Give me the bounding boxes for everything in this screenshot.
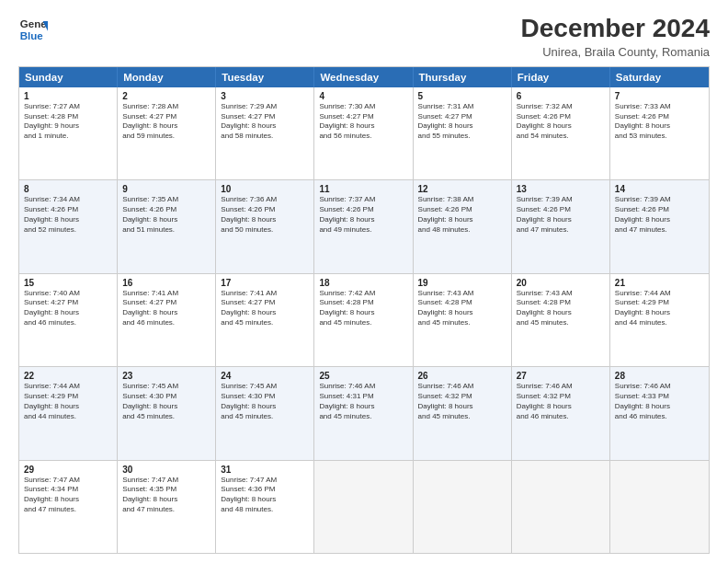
calendar-cell: 3Sunrise: 7:29 AMSunset: 4:27 PMDaylight… bbox=[216, 87, 314, 179]
cell-text: and 45 minutes. bbox=[122, 412, 210, 422]
calendar-cell: 10Sunrise: 7:36 AMSunset: 4:26 PMDayligh… bbox=[216, 180, 314, 272]
day-number: 7 bbox=[615, 91, 704, 101]
cell-text: and 53 minutes. bbox=[615, 132, 704, 142]
calendar-cell: 4Sunrise: 7:30 AMSunset: 4:27 PMDaylight… bbox=[314, 87, 413, 179]
cell-text: Sunset: 4:33 PM bbox=[615, 392, 704, 402]
cell-text: Sunset: 4:34 PM bbox=[24, 485, 112, 495]
cell-text: Daylight: 8 hours bbox=[221, 308, 309, 318]
cell-text: Sunset: 4:28 PM bbox=[517, 298, 605, 308]
day-number: 1 bbox=[24, 91, 112, 101]
day-number: 5 bbox=[418, 91, 506, 101]
day-number: 18 bbox=[319, 278, 407, 288]
cell-text: Daylight: 8 hours bbox=[221, 495, 309, 505]
calendar-cell: 27Sunrise: 7:46 AMSunset: 4:32 PMDayligh… bbox=[512, 367, 610, 459]
day-number: 24 bbox=[221, 371, 309, 381]
cell-text: Sunrise: 7:46 AM bbox=[517, 382, 605, 392]
cell-text: Sunrise: 7:37 AM bbox=[319, 195, 407, 205]
calendar-cell: 14Sunrise: 7:39 AMSunset: 4:26 PMDayligh… bbox=[610, 180, 709, 272]
cell-text: Sunset: 4:26 PM bbox=[122, 205, 210, 215]
cell-text: Sunset: 4:26 PM bbox=[24, 205, 112, 215]
cell-text: Daylight: 8 hours bbox=[319, 308, 407, 318]
cell-text: Sunset: 4:28 PM bbox=[418, 298, 506, 308]
day-number: 12 bbox=[418, 184, 506, 194]
cell-text: Sunrise: 7:42 AM bbox=[319, 289, 407, 299]
cell-text: and 59 minutes. bbox=[122, 132, 210, 142]
calendar-cell: 2Sunrise: 7:28 AMSunset: 4:27 PMDaylight… bbox=[118, 87, 216, 179]
cell-text: and 46 minutes. bbox=[517, 412, 605, 422]
day-number: 31 bbox=[221, 465, 309, 475]
cell-text: and 44 minutes. bbox=[24, 412, 112, 422]
cell-text: Daylight: 8 hours bbox=[24, 495, 112, 505]
cell-text: Daylight: 8 hours bbox=[615, 121, 704, 132]
cell-text: Sunrise: 7:30 AM bbox=[319, 102, 407, 112]
day-number: 2 bbox=[122, 91, 210, 101]
cell-text: and 58 minutes. bbox=[221, 132, 309, 142]
calendar-cell bbox=[610, 461, 709, 553]
day-number: 17 bbox=[221, 278, 309, 288]
calendar-cell: 28Sunrise: 7:46 AMSunset: 4:33 PMDayligh… bbox=[610, 367, 709, 459]
cell-text: Daylight: 8 hours bbox=[418, 308, 506, 318]
cell-text: Sunrise: 7:39 AM bbox=[615, 195, 704, 205]
calendar-cell: 22Sunrise: 7:44 AMSunset: 4:29 PMDayligh… bbox=[19, 367, 118, 459]
cell-text: Sunset: 4:31 PM bbox=[319, 392, 407, 402]
calendar-week-row: 8Sunrise: 7:34 AMSunset: 4:26 PMDaylight… bbox=[19, 179, 709, 272]
calendar-cell: 6Sunrise: 7:32 AMSunset: 4:26 PMDaylight… bbox=[512, 87, 610, 179]
calendar-week-row: 1Sunrise: 7:27 AMSunset: 4:28 PMDaylight… bbox=[19, 87, 709, 179]
cell-text: Sunset: 4:26 PM bbox=[517, 205, 605, 215]
day-number: 20 bbox=[517, 278, 605, 288]
cal-header-day: Monday bbox=[118, 67, 216, 87]
cell-text: Sunset: 4:27 PM bbox=[221, 298, 309, 308]
calendar-cell: 12Sunrise: 7:38 AMSunset: 4:26 PMDayligh… bbox=[414, 180, 512, 272]
title-block: December 2024 Unirea, Braila County, Rom… bbox=[521, 15, 710, 59]
page: General Blue December 2024 Unirea, Brail… bbox=[0, 0, 728, 563]
cell-text: and 46 minutes. bbox=[615, 412, 704, 422]
calendar-cell: 25Sunrise: 7:46 AMSunset: 4:31 PMDayligh… bbox=[314, 367, 413, 459]
cell-text: Daylight: 8 hours bbox=[517, 121, 605, 132]
cell-text: and 47 minutes. bbox=[122, 505, 210, 515]
cell-text: Sunset: 4:32 PM bbox=[517, 392, 605, 402]
day-number: 29 bbox=[24, 465, 112, 475]
calendar-cell: 29Sunrise: 7:47 AMSunset: 4:34 PMDayligh… bbox=[19, 461, 118, 553]
cell-text: and 49 minutes. bbox=[319, 225, 407, 236]
cal-header-day: Saturday bbox=[610, 67, 709, 87]
cell-text: Daylight: 8 hours bbox=[418, 121, 506, 132]
cell-text: Sunset: 4:32 PM bbox=[418, 392, 506, 402]
cell-text: Sunset: 4:29 PM bbox=[24, 392, 112, 402]
cell-text: and 45 minutes. bbox=[418, 412, 506, 422]
calendar-cell: 15Sunrise: 7:40 AMSunset: 4:27 PMDayligh… bbox=[19, 274, 118, 366]
cell-text: Daylight: 8 hours bbox=[615, 308, 704, 318]
cell-text: Daylight: 8 hours bbox=[517, 402, 605, 412]
calendar-cell: 13Sunrise: 7:39 AMSunset: 4:26 PMDayligh… bbox=[512, 180, 610, 272]
calendar-cell: 11Sunrise: 7:37 AMSunset: 4:26 PMDayligh… bbox=[314, 180, 413, 272]
subtitle: Unirea, Braila County, Romania bbox=[521, 45, 710, 59]
cell-text: and 45 minutes. bbox=[517, 318, 605, 328]
cell-text: Sunrise: 7:46 AM bbox=[319, 382, 407, 392]
cell-text: Sunrise: 7:47 AM bbox=[221, 476, 309, 486]
cell-text: Daylight: 8 hours bbox=[122, 121, 210, 132]
day-number: 14 bbox=[615, 184, 704, 194]
cell-text: Sunset: 4:27 PM bbox=[319, 112, 407, 122]
cell-text: Daylight: 8 hours bbox=[615, 215, 704, 225]
cell-text: and 1 minute. bbox=[24, 132, 112, 142]
cell-text: Sunset: 4:30 PM bbox=[122, 392, 210, 402]
calendar-cell: 23Sunrise: 7:45 AMSunset: 4:30 PMDayligh… bbox=[118, 367, 216, 459]
cell-text: Sunset: 4:27 PM bbox=[122, 112, 210, 122]
calendar-cell: 30Sunrise: 7:47 AMSunset: 4:35 PMDayligh… bbox=[118, 461, 216, 553]
cell-text: Daylight: 8 hours bbox=[122, 495, 210, 505]
cell-text: and 51 minutes. bbox=[122, 225, 210, 236]
cell-text: Daylight: 8 hours bbox=[319, 402, 407, 412]
cell-text: Daylight: 8 hours bbox=[122, 308, 210, 318]
cell-text: Sunrise: 7:38 AM bbox=[418, 195, 506, 205]
cell-text: Sunrise: 7:36 AM bbox=[221, 195, 309, 205]
cell-text: Sunrise: 7:31 AM bbox=[418, 102, 506, 112]
cell-text: Daylight: 8 hours bbox=[517, 215, 605, 225]
cell-text: and 48 minutes. bbox=[418, 225, 506, 236]
day-number: 25 bbox=[319, 371, 407, 381]
svg-text:General: General bbox=[20, 18, 48, 29]
cal-header-day: Sunday bbox=[19, 67, 118, 87]
cell-text: Sunrise: 7:35 AM bbox=[122, 195, 210, 205]
cell-text: and 47 minutes. bbox=[24, 505, 112, 515]
cal-header-day: Thursday bbox=[414, 67, 512, 87]
cell-text: Sunrise: 7:40 AM bbox=[24, 289, 112, 299]
cell-text: Sunset: 4:28 PM bbox=[24, 112, 112, 122]
